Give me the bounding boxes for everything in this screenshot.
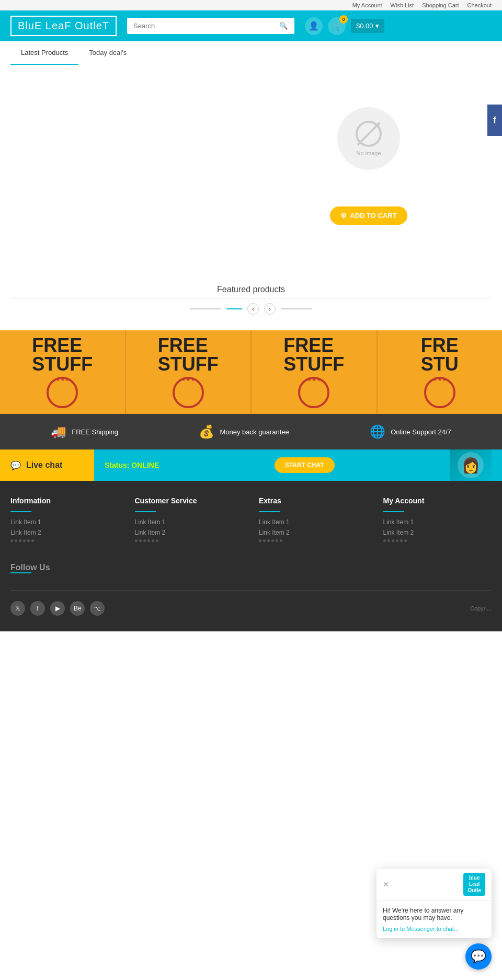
dot	[152, 539, 154, 542]
money-back-label: Money back guarantee	[220, 428, 289, 436]
dot	[10, 539, 13, 542]
footer-customer-service: Customer Service Link Item 1 Link Item 2	[135, 497, 244, 542]
free-text-4: FRESTU	[421, 336, 459, 374]
follow-us-divider	[10, 572, 31, 573]
facebook-tab[interactable]: f	[487, 105, 502, 136]
features-bar: 🚚 FREE Shipping 💰 Money back guarantee 🌐…	[0, 414, 502, 449]
copyright: Copyri...	[470, 605, 492, 612]
featured-next-button[interactable]: ›	[264, 303, 276, 315]
latest-products-section	[10, 76, 235, 264]
truck-icon: 🚚	[51, 424, 66, 439]
footer-extras: Extras Link Item 1 Link Item 2	[259, 497, 368, 542]
search-button[interactable]: 🔍	[273, 18, 294, 34]
nav-line-left	[190, 308, 221, 309]
feature-support: 🌐 Online Support 24/7	[370, 424, 451, 439]
information-title: Information	[10, 497, 119, 505]
my-account-divider	[383, 511, 404, 512]
live-chat-bar: 💬 Live chat Status: ONLINE START CHAT 👩	[0, 449, 502, 481]
user-icon[interactable]: 👤	[305, 17, 323, 35]
featured-nav: ‹ ›	[10, 303, 492, 315]
dot	[135, 539, 138, 542]
information-link-1[interactable]: Link Item 1	[10, 518, 119, 526]
nav-tabs: Latest Products Today deal's	[0, 41, 502, 65]
dot	[19, 539, 21, 542]
stamp-2	[173, 377, 204, 408]
free-stuff-item-4: FRESTU	[378, 330, 503, 414]
dot	[271, 539, 274, 542]
follow-us-title: Follow Us	[10, 563, 492, 572]
my-account-link[interactable]: My Account	[352, 2, 382, 8]
footer-my-account: My Account Link Item 1 Link Item 2	[383, 497, 492, 542]
dot	[156, 539, 158, 542]
customer-service-link-1[interactable]: Link Item 1	[135, 518, 244, 526]
information-dots	[10, 539, 119, 542]
extras-link-1[interactable]: Link Item 1	[259, 518, 368, 526]
my-account-title: My Account	[383, 497, 492, 505]
person-avatar: 👩	[458, 452, 484, 478]
my-account-link-2[interactable]: Link Item 2	[383, 529, 492, 536]
checkout-link[interactable]: Checkout	[467, 2, 492, 8]
support-icon: 🌐	[370, 424, 385, 439]
tab-today-deals[interactable]: Today deal's	[78, 41, 137, 65]
information-link-2[interactable]: Link Item 2	[10, 529, 119, 536]
no-image-icon	[356, 121, 382, 147]
cart-badge: 0	[339, 15, 348, 24]
footer-bottom: 𝕏 f ▶ Bē ⌥ Copyri...	[10, 590, 492, 616]
information-divider	[10, 511, 31, 512]
cart-price[interactable]: $0.00 ▾	[351, 19, 384, 33]
dot	[27, 539, 30, 542]
start-chat-button[interactable]: START CHAT	[275, 457, 335, 473]
dot	[23, 539, 26, 542]
dot	[396, 539, 398, 542]
logo[interactable]: BluE LeaF OutleT	[10, 16, 117, 36]
customer-service-dots	[135, 539, 244, 542]
free-stuff-banner: FREESTUFF FREESTUFF FREESTUFF FRESTU	[0, 330, 502, 414]
tab-latest-products[interactable]: Latest Products	[10, 41, 78, 65]
footer-grid: Information Link Item 1 Link Item 2 Cust…	[10, 497, 492, 542]
free-text-2: FREESTUFF	[158, 336, 219, 374]
cart-btn-label: ADD TO CART	[350, 212, 396, 220]
dot	[139, 539, 142, 542]
featured-prev-button[interactable]: ‹	[247, 303, 259, 315]
cart-icon[interactable]: 🛒 0	[328, 17, 346, 35]
behance-icon[interactable]: Bē	[70, 601, 85, 616]
feature-shipping: 🚚 FREE Shipping	[51, 424, 118, 439]
dot	[387, 539, 390, 542]
social-icons: 𝕏 f ▶ Bē ⌥	[10, 601, 105, 616]
dot	[263, 539, 266, 542]
featured-title: Featured products	[10, 285, 492, 294]
header: BluE LeaF OutleT 🔍 👤 🛒 0 $0.00 ▾	[0, 10, 502, 41]
dot	[400, 539, 403, 542]
twitter-icon[interactable]: 𝕏	[10, 601, 25, 616]
my-account-link-1[interactable]: Link Item 1	[383, 518, 492, 526]
extras-dots	[259, 539, 368, 542]
youtube-icon[interactable]: ▶	[50, 601, 65, 616]
dot	[404, 539, 407, 542]
live-chat-label: 💬 Live chat	[0, 449, 94, 481]
github-icon[interactable]: ⌥	[90, 601, 105, 616]
footer: Information Link Item 1 Link Item 2 Cust…	[0, 481, 502, 631]
add-to-cart-button[interactable]: ⚙ ADD TO CART	[330, 206, 407, 225]
dot	[31, 539, 34, 542]
extras-link-2[interactable]: Link Item 2	[259, 529, 368, 536]
no-image-placeholder: No image	[337, 107, 400, 170]
wish-list-link[interactable]: Wish List	[391, 2, 414, 8]
facebook-icon[interactable]: f	[30, 601, 45, 616]
free-stuff-item-3: FREESTUFF	[252, 330, 378, 414]
nav-line-accent	[226, 308, 242, 309]
product-section: No image ⚙ ADD TO CART	[246, 76, 492, 264]
live-chat-status: Status: ONLINE START CHAT 👩	[94, 449, 502, 481]
customer-service-link-2[interactable]: Link Item 2	[135, 529, 244, 536]
top-bar: My Account Wish List Shopping Cart Check…	[0, 0, 502, 10]
chat-person-image: 👩	[450, 449, 492, 481]
chat-bubble-icon: 💬	[10, 460, 21, 470]
search-bar: 🔍	[127, 18, 294, 34]
header-icons: 👤 🛒 0 $0.00 ▾	[305, 17, 384, 35]
featured-separator	[10, 298, 492, 299]
dot	[259, 539, 261, 542]
shopping-cart-link[interactable]: Shopping Cart	[422, 2, 459, 8]
stamp-4	[424, 377, 455, 408]
dot	[147, 539, 150, 542]
search-input[interactable]	[127, 18, 273, 34]
my-account-dots	[383, 539, 492, 542]
